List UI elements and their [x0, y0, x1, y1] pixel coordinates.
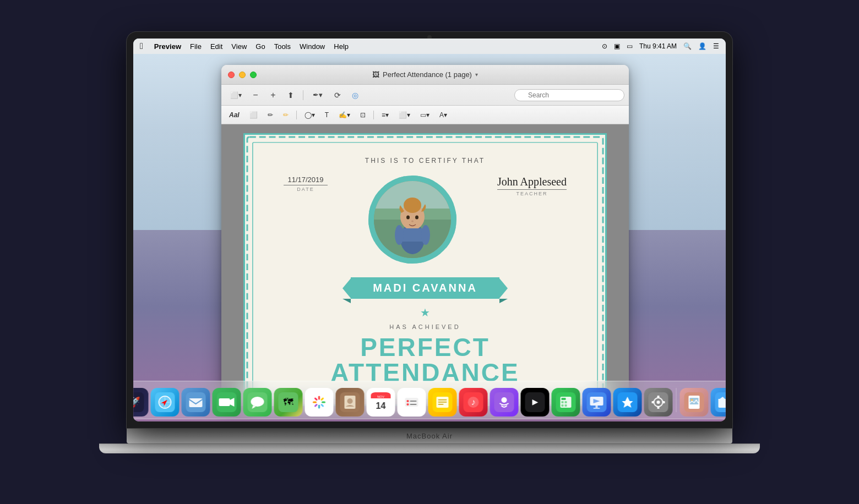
- dock-app-sysprefs[interactable]: [644, 388, 673, 417]
- cert-info-row: 11/17/2019 DATE: [273, 176, 578, 269]
- dock-app-preview[interactable]: [680, 388, 709, 417]
- zoom-magnify-button[interactable]: ⊡: [357, 110, 369, 120]
- document-area[interactable]: THIS IS TO CERTIFY THAT 11/17/2019 DATE: [221, 124, 629, 406]
- share-button[interactable]: ⬆: [283, 89, 298, 102]
- search-input[interactable]: [514, 89, 624, 101]
- desktop:  Preview File Edit View Go Tools Window…: [133, 39, 726, 421]
- file-menu[interactable]: File: [190, 42, 202, 51]
- rotate-button[interactable]: ⟳: [330, 89, 345, 102]
- window-menu[interactable]: Window: [300, 42, 325, 51]
- svg-rect-74: [562, 401, 564, 403]
- apple-menu-icon[interactable]: : [140, 41, 143, 51]
- dock-app-calendar[interactable]: 14 NOV: [367, 388, 395, 417]
- go-menu[interactable]: Go: [255, 42, 265, 51]
- user-icon[interactable]: 👤: [698, 42, 706, 50]
- view-selector-button[interactable]: ⬜▾: [226, 89, 246, 102]
- shapes-button[interactable]: ◯▾: [301, 110, 318, 120]
- certificate: THIS IS TO CERTIFY THAT 11/17/2019 DATE: [243, 133, 607, 406]
- svg-rect-62: [438, 402, 447, 403]
- pen-tool-button[interactable]: ✒▾: [308, 89, 328, 102]
- messages-icon: [248, 392, 268, 412]
- dock-app-files[interactable]: [711, 388, 726, 417]
- svg-point-11: [415, 216, 418, 220]
- keynote-icon: [587, 392, 607, 412]
- launchpad-icon: 🚀: [133, 392, 144, 412]
- svg-text:🚀: 🚀: [133, 396, 141, 408]
- menu-bar-right: ⊙ ▣ ▭ Thu 9:41 AM 🔍 👤 ☰: [602, 42, 719, 50]
- dock-app-keynote[interactable]: [583, 388, 611, 417]
- ann-separator-1: [296, 111, 297, 119]
- dock-app-messages[interactable]: [243, 388, 272, 417]
- view-menu[interactable]: View: [231, 42, 247, 51]
- svg-rect-13: [401, 228, 423, 242]
- svg-rect-73: [562, 398, 566, 400]
- dock-app-maps[interactable]: 🗺: [274, 388, 303, 417]
- signature-button[interactable]: ✍▾: [335, 110, 354, 120]
- svg-line-44: [316, 405, 317, 407]
- svg-text:▶: ▶: [532, 397, 538, 406]
- dock-app-launchpad[interactable]: 🚀: [133, 388, 149, 417]
- cert-date-value: 11/17/2019: [284, 176, 328, 185]
- cert-photo-ring: [368, 176, 456, 264]
- cert-main-title: PERFECT ATTENDANCE: [273, 335, 578, 385]
- svg-line-42: [322, 405, 323, 407]
- tools-menu[interactable]: Tools: [274, 42, 291, 51]
- stroke-button[interactable]: ▭▾: [417, 110, 433, 120]
- title-dropdown-arrow[interactable]: ▾: [475, 72, 478, 78]
- sketch-button[interactable]: ✏: [264, 110, 276, 120]
- svg-rect-63: [438, 404, 444, 405]
- ann-separator-2: [373, 111, 374, 119]
- screen:  Preview File Edit View Go Tools Window…: [133, 39, 726, 421]
- dock-app-contacts[interactable]: [336, 388, 365, 417]
- dock-app-safari[interactable]: [151, 388, 180, 417]
- edit-menu[interactable]: Edit: [210, 42, 222, 51]
- svg-rect-36: [309, 392, 329, 412]
- dock-app-appstore[interactable]: [613, 388, 642, 417]
- search-icon[interactable]: 🔍: [683, 42, 692, 50]
- svg-rect-80: [596, 406, 598, 408]
- notes-icon: [433, 392, 453, 412]
- svg-rect-76: [562, 404, 564, 407]
- align-button[interactable]: ≡▾: [378, 110, 392, 120]
- svg-rect-58: [410, 404, 417, 405]
- dock-app-numbers[interactable]: [552, 388, 580, 417]
- svg-rect-27: [189, 398, 203, 407]
- help-menu[interactable]: Help: [334, 42, 349, 51]
- cert-teacher-label: TEACHER: [516, 191, 547, 196]
- list-icon[interactable]: ☰: [713, 42, 719, 50]
- minimize-button[interactable]: [239, 72, 246, 78]
- dock-app-reminders[interactable]: [398, 388, 426, 417]
- close-button[interactable]: [228, 72, 235, 78]
- music-icon: ♪: [464, 392, 483, 412]
- zoom-in-button[interactable]: +: [265, 89, 281, 102]
- toolbar-separator-1: [303, 90, 303, 100]
- font-button[interactable]: A▾: [436, 110, 450, 120]
- zoom-out-button[interactable]: −: [248, 89, 263, 102]
- app-name-menu[interactable]: Preview: [154, 42, 181, 51]
- highlight-button[interactable]: ✏: [280, 110, 292, 120]
- svg-text:14: 14: [376, 401, 386, 410]
- dock-app-appletv[interactable]: ▶: [521, 388, 550, 417]
- reminders-icon: [402, 392, 422, 412]
- markup-button[interactable]: ◎: [347, 89, 363, 102]
- dock-app-podcasts[interactable]: [490, 388, 519, 417]
- dock-app-music[interactable]: ♪: [459, 388, 488, 417]
- numbers-icon: [556, 392, 576, 412]
- maximize-button[interactable]: [250, 72, 257, 78]
- svg-rect-96: [719, 399, 726, 408]
- traffic-lights: [228, 72, 257, 78]
- svg-point-57: [407, 403, 409, 406]
- selection-rect-button[interactable]: ⬜: [246, 110, 261, 120]
- svg-rect-90: [662, 401, 665, 403]
- dock-app-facetime[interactable]: [213, 388, 241, 417]
- color-fill-button[interactable]: ⬜▾: [395, 110, 414, 120]
- macbook-chassis:  Preview File Edit View Go Tools Window…: [99, 32, 760, 472]
- dock-app-mail[interactable]: [182, 388, 210, 417]
- textbox-button[interactable]: T: [322, 110, 332, 120]
- dock-app-photos[interactable]: [305, 388, 334, 417]
- dock-app-notes[interactable]: [428, 388, 457, 417]
- cert-date-field: 11/17/2019 DATE: [284, 176, 328, 192]
- menu-bar-left:  Preview File Edit View Go Tools Window…: [140, 41, 349, 51]
- text-style-button[interactable]: AaI: [226, 110, 243, 120]
- screen-bezel:  Preview File Edit View Go Tools Window…: [127, 32, 732, 428]
